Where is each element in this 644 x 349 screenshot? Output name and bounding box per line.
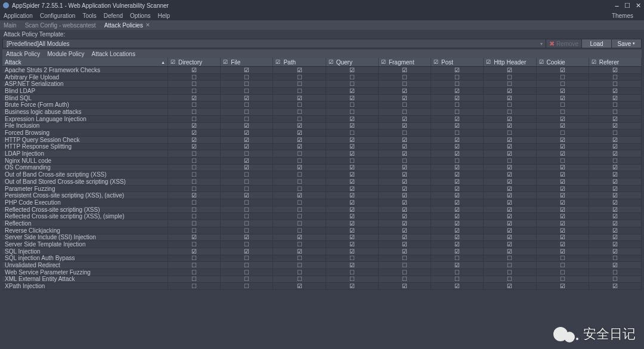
- checkbox-checked-icon[interactable]: [454, 88, 460, 94]
- cell-file[interactable]: [221, 144, 273, 150]
- table-row[interactable]: Out of Band Cross-site scripting (XSS): [2, 171, 642, 178]
- checkbox-unchecked-icon[interactable]: [454, 81, 460, 87]
- checkbox-unchecked-icon[interactable]: [402, 276, 407, 282]
- cell-referer[interactable]: [589, 144, 642, 150]
- cell-referer[interactable]: [589, 67, 642, 73]
- cell-directory[interactable]: [168, 276, 221, 283]
- checkbox-unchecked-icon[interactable]: [191, 283, 197, 289]
- cell-http-header[interactable]: [484, 220, 536, 227]
- checkbox-checked-icon[interactable]: [612, 137, 618, 143]
- checkbox-unchecked-icon[interactable]: [612, 270, 618, 275]
- checkbox-checked-icon[interactable]: [402, 200, 407, 205]
- cell-fragment[interactable]: [379, 220, 431, 227]
- cell-http-header[interactable]: [484, 109, 536, 115]
- cell-path[interactable]: [273, 178, 326, 185]
- cell-http-header[interactable]: [484, 255, 536, 262]
- checkbox-checked-icon[interactable]: [402, 186, 407, 192]
- checkbox-checked-icon[interactable]: [507, 88, 512, 94]
- table-row[interactable]: Arbitrary File Upload: [2, 74, 642, 81]
- cell-file[interactable]: [221, 192, 273, 199]
- checkbox-checked-icon[interactable]: [297, 123, 302, 128]
- cell-fragment[interactable]: [379, 129, 431, 136]
- checkbox-unchecked-icon[interactable]: [349, 109, 355, 115]
- cell-file[interactable]: [221, 262, 273, 268]
- checkbox-checked-icon[interactable]: [349, 137, 355, 143]
- cell-post[interactable]: [431, 248, 484, 255]
- cell-cookie[interactable]: [537, 186, 589, 192]
- cell-fragment[interactable]: [379, 192, 431, 199]
- cell-path[interactable]: [273, 192, 326, 199]
- header-checkbox-icon[interactable]: ☑: [592, 59, 596, 65]
- cell-http-header[interactable]: [484, 276, 536, 283]
- checkbox-checked-icon[interactable]: [454, 151, 460, 156]
- checkbox-checked-icon[interactable]: [560, 137, 565, 143]
- checkbox-checked-icon[interactable]: [244, 95, 249, 101]
- cell-fragment[interactable]: [379, 67, 431, 73]
- checkbox-checked-icon[interactable]: [507, 221, 512, 226]
- checkbox-unchecked-icon[interactable]: [297, 200, 302, 205]
- checkbox-checked-icon[interactable]: [454, 283, 460, 289]
- header-query[interactable]: ☑Query: [326, 58, 379, 66]
- checkbox-checked-icon[interactable]: [349, 249, 355, 254]
- cell-query[interactable]: [326, 241, 379, 248]
- cell-query[interactable]: [326, 248, 379, 255]
- cell-directory[interactable]: [168, 213, 221, 220]
- checkbox-unchecked-icon[interactable]: [297, 109, 302, 115]
- cell-directory[interactable]: [168, 95, 221, 101]
- checkbox-checked-icon[interactable]: [454, 242, 460, 247]
- cell-file[interactable]: [221, 67, 273, 73]
- cell-post[interactable]: [431, 165, 484, 171]
- cell-post[interactable]: [431, 81, 484, 87]
- checkbox-unchecked-icon[interactable]: [349, 75, 355, 80]
- checkbox-unchecked-icon[interactable]: [191, 200, 197, 205]
- cell-cookie[interactable]: [537, 171, 589, 178]
- cell-query[interactable]: [326, 137, 379, 143]
- cell-cookie[interactable]: [537, 262, 589, 268]
- checkbox-checked-icon[interactable]: [454, 200, 460, 205]
- checkbox-unchecked-icon[interactable]: [244, 228, 249, 233]
- checkbox-checked-icon[interactable]: [560, 200, 565, 205]
- cell-directory[interactable]: [168, 220, 221, 227]
- cell-cookie[interactable]: [537, 67, 589, 73]
- checkbox-checked-icon[interactable]: [454, 249, 460, 254]
- checkbox-unchecked-icon[interactable]: [560, 81, 565, 87]
- cell-referer[interactable]: [589, 137, 642, 143]
- cell-http-header[interactable]: [484, 241, 536, 248]
- cell-file[interactable]: [221, 255, 273, 262]
- cell-cookie[interactable]: [537, 227, 589, 234]
- cell-post[interactable]: [431, 192, 484, 199]
- cell-file[interactable]: [221, 137, 273, 143]
- checkbox-unchecked-icon[interactable]: [244, 242, 249, 247]
- cell-file[interactable]: [221, 88, 273, 94]
- checkbox-checked-icon[interactable]: [454, 221, 460, 226]
- cell-fragment[interactable]: [379, 227, 431, 234]
- cell-fragment[interactable]: [379, 144, 431, 150]
- cell-http-header[interactable]: [484, 88, 536, 94]
- checkbox-checked-icon[interactable]: [244, 249, 249, 254]
- table-row[interactable]: Web Service Parameter Fuzzing: [2, 269, 642, 276]
- checkbox-checked-icon[interactable]: [349, 193, 355, 198]
- checkbox-checked-icon[interactable]: [507, 144, 512, 149]
- checkbox-checked-icon[interactable]: [402, 207, 407, 212]
- checkbox-unchecked-icon[interactable]: [297, 262, 302, 268]
- table-row[interactable]: XML External Entity Attack: [2, 276, 642, 283]
- checkbox-unchecked-icon[interactable]: [297, 255, 302, 261]
- cell-http-header[interactable]: [484, 165, 536, 171]
- cell-file[interactable]: [221, 101, 273, 108]
- checkbox-unchecked-icon[interactable]: [402, 262, 407, 268]
- checkbox-checked-icon[interactable]: [349, 165, 355, 170]
- checkbox-unchecked-icon[interactable]: [297, 88, 302, 94]
- checkbox-checked-icon[interactable]: [349, 228, 355, 233]
- checkbox-checked-icon[interactable]: [612, 249, 618, 254]
- table-row[interactable]: Reflected Cross-site scripting (XSS): [2, 206, 642, 214]
- cell-http-header[interactable]: [484, 101, 536, 108]
- checkbox-checked-icon[interactable]: [244, 144, 249, 149]
- save-button[interactable]: Save ▾: [611, 39, 641, 48]
- checkbox-unchecked-icon[interactable]: [560, 270, 565, 275]
- cell-path[interactable]: [273, 276, 326, 283]
- cell-fragment[interactable]: [379, 109, 431, 115]
- checkbox-checked-icon[interactable]: [507, 200, 512, 205]
- checkbox-checked-icon[interactable]: [297, 67, 302, 73]
- header-checkbox-icon[interactable]: ☑: [171, 59, 175, 65]
- tab-close-icon[interactable]: ✕: [145, 22, 150, 28]
